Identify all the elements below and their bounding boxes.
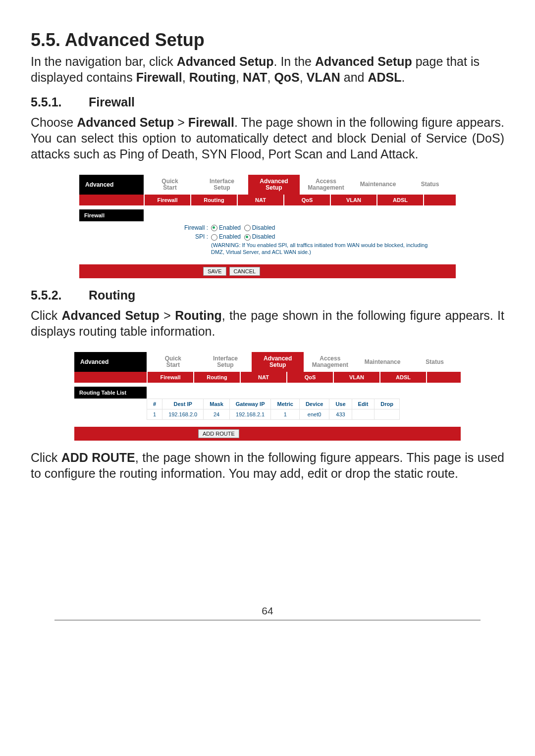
subtab-routing[interactable]: Routing — [190, 195, 237, 205]
panel-title: Advanced — [79, 175, 144, 195]
routing-table-wrap: # Dest IP Mask Gateway IP Metric Device … — [74, 399, 461, 427]
tab-interface-setup[interactable]: InterfaceSetup — [199, 352, 252, 372]
subtab-routing[interactable]: Routing — [193, 372, 240, 383]
table-row: 1 192.168.2.0 24 192.168.2.1 1 enet0 433 — [147, 409, 400, 420]
txt: Setup — [217, 362, 233, 368]
txt: . In the — [274, 54, 315, 68]
subtab-firewall[interactable]: Firewall — [147, 372, 193, 383]
section-right — [144, 209, 456, 221]
txt: Enabled — [219, 224, 241, 231]
spi-note-2: DMZ, Virtual Server, and ACL WAN side.) — [79, 249, 456, 255]
txt: NAT — [243, 70, 268, 84]
firewall-label: Firewall : — [79, 224, 211, 231]
txt: Routing Table List — [79, 390, 126, 396]
add-route-button[interactable]: ADD ROUTE — [198, 429, 239, 438]
tab-advanced-setup[interactable]: AdvancedSetup — [251, 352, 304, 372]
txt: Disabled — [252, 224, 275, 231]
txt: In the navigation bar, click — [31, 54, 177, 68]
subtab-spacer — [79, 195, 144, 205]
button-bar: SAVE CANCEL — [79, 264, 456, 278]
page-number: 64 — [262, 605, 273, 616]
txt: Routing — [189, 70, 236, 84]
heading-num: 5.5.2. — [31, 288, 85, 302]
subtab-qos[interactable]: QoS — [286, 372, 333, 383]
radio-firewall-enabled[interactable] — [211, 225, 217, 231]
txt: NAT — [255, 197, 266, 203]
txt: VLAN — [307, 70, 340, 84]
tab-access-management[interactable]: AccessManagement — [300, 175, 352, 195]
subtab-adsl[interactable]: ADSL — [379, 372, 426, 383]
txt: , — [182, 70, 189, 84]
txt: Setup — [214, 185, 230, 191]
cell: enet0 — [299, 409, 329, 420]
subtab-qos[interactable]: QoS — [283, 195, 330, 205]
subtab-adsl[interactable]: ADSL — [376, 195, 423, 205]
txt: Status — [421, 181, 439, 188]
subtab-vlan[interactable]: VLAN — [330, 195, 376, 205]
tab-access-management[interactable]: AccessManagement — [304, 352, 356, 372]
txt: Firewall — [188, 115, 234, 129]
subtab-blank — [426, 372, 461, 383]
gap — [74, 383, 461, 387]
radio-spi-disabled[interactable] — [244, 234, 251, 241]
txt: ADSL — [368, 70, 401, 84]
txt: , — [236, 70, 243, 84]
subtab-nat[interactable]: NAT — [240, 372, 286, 383]
subtab-firewall[interactable]: Firewall — [144, 195, 190, 205]
save-button[interactable]: SAVE — [203, 267, 226, 276]
cell: 1 — [271, 409, 299, 420]
sub-tab-row: Firewall Routing NAT QoS VLAN ADSL — [79, 195, 456, 205]
txt: Management — [312, 362, 348, 368]
tab-maintenance[interactable]: Maintenance — [352, 175, 404, 195]
txt: and — [340, 70, 368, 84]
cell-edit[interactable] — [352, 409, 374, 420]
txt: VLAN — [346, 197, 361, 203]
subtab-blank — [423, 195, 456, 205]
heading-5-5-text: 5.5. Advanced Setup — [31, 30, 205, 50]
txt: Setup — [269, 362, 286, 368]
txt: ADSL — [393, 197, 408, 203]
col-num: # — [147, 399, 162, 409]
cell: 1 — [147, 409, 162, 420]
txt: Disabled — [252, 233, 275, 240]
txt: Advanced — [85, 181, 113, 188]
routing-screenshot: Advanced QuickStart InterfaceSetup Advan… — [74, 352, 461, 441]
txt: Advanced Setup — [177, 54, 274, 68]
cell-drop[interactable] — [374, 409, 400, 420]
txt: Start — [163, 185, 176, 191]
txt: Firewall — [136, 70, 182, 84]
heading-5-5-1: 5.5.1. Firewall — [31, 95, 504, 109]
cell: 192.168.2.1 — [229, 409, 271, 420]
heading-5-5-2: 5.5.2. Routing — [31, 288, 504, 302]
col-metric: Metric — [271, 399, 299, 409]
radio-firewall-disabled[interactable] — [244, 225, 251, 231]
heading-num: 5.5.1. — [31, 95, 85, 109]
heading-title: Routing — [89, 288, 135, 302]
txt: , — [300, 70, 307, 84]
tab-status[interactable]: Status — [408, 352, 461, 372]
tab-quick-start[interactable]: QuickStart — [144, 175, 196, 195]
tab-maintenance[interactable]: Maintenance — [356, 352, 409, 372]
txt: Advanced Setup — [62, 308, 160, 322]
gap — [79, 205, 456, 209]
txt: Firewall — [158, 197, 178, 203]
spi-label: SPI : — [79, 233, 211, 240]
txt: Maintenance — [360, 181, 396, 188]
tab-advanced-setup[interactable]: AdvancedSetup — [248, 175, 300, 195]
txt: ADSL — [396, 374, 411, 380]
txt: Maintenance — [365, 359, 401, 365]
tab-quick-start[interactable]: QuickStart — [147, 352, 199, 372]
spi-options: Enabled Disabled — [211, 233, 456, 240]
col-edit: Edit — [352, 399, 374, 409]
cancel-button[interactable]: CANCEL — [229, 267, 261, 276]
tab-interface-setup[interactable]: InterfaceSetup — [196, 175, 248, 195]
subtab-nat[interactable]: NAT — [237, 195, 283, 205]
main-tab-row: Advanced QuickStart InterfaceSetup Advan… — [79, 175, 456, 195]
txt: Firewall — [160, 374, 181, 380]
section-label: Firewall — [79, 209, 144, 221]
firewall-options: Enabled Disabled — [211, 224, 456, 231]
routing-paragraph: Click Advanced Setup > Routing, the page… — [31, 307, 504, 339]
tab-status[interactable]: Status — [404, 175, 456, 195]
radio-spi-enabled[interactable] — [211, 234, 217, 241]
subtab-vlan[interactable]: VLAN — [333, 372, 379, 383]
